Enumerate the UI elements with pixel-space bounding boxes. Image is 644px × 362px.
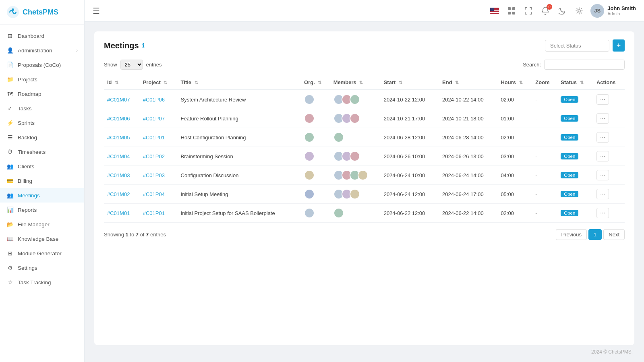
theme-toggle-icon[interactable] (557, 5, 568, 17)
user-profile[interactable]: JS John Smith Admin (590, 4, 636, 18)
entries-per-page-select[interactable]: 25 10 50 100 (120, 60, 143, 70)
org-avatar (301, 90, 330, 109)
sidebar-item-billing[interactable]: 💳 Billing (0, 174, 84, 188)
project-id-link[interactable]: #C01P04 (143, 191, 165, 197)
sidebar-item-module-generator[interactable]: ⊞ Module Generator (0, 246, 84, 261)
search-input[interactable] (544, 60, 625, 70)
svg-point-1 (12, 8, 14, 11)
menu-toggle-button[interactable]: ☰ (93, 6, 100, 16)
svg-rect-8 (508, 12, 511, 14)
actions-menu-button[interactable]: ··· (596, 113, 609, 124)
sidebar-item-projects[interactable]: 📁 Projects (0, 72, 84, 87)
sidebar-item-file-manager[interactable]: 📂 File Manager (0, 217, 84, 232)
actions-menu-button[interactable]: ··· (596, 94, 609, 105)
flag-icon[interactable] (489, 5, 500, 17)
page-1-button[interactable]: 1 (588, 229, 602, 240)
sidebar-item-administration[interactable]: 👤 Administration › (0, 43, 84, 58)
meeting-id-link[interactable]: #C01M06 (107, 116, 130, 122)
gear-icon[interactable] (574, 5, 585, 17)
sidebar-item-task-tracking[interactable]: ☆ Task Tracking (0, 275, 84, 290)
project-id-link[interactable]: #C01P02 (143, 153, 165, 159)
sidebar-item-sprints[interactable]: ⚡ Sprints (0, 116, 84, 130)
col-start[interactable]: Start ⇅ (381, 75, 439, 90)
meeting-id-link[interactable]: #C01M01 (107, 210, 130, 216)
actions-menu-button[interactable]: ··· (596, 208, 609, 218)
sidebar-item-roadmap[interactable]: 🗺 Roadmap (0, 87, 84, 101)
meeting-hours: 05:00 (497, 185, 532, 204)
meetings-table: Id ⇅ Project ⇅ Title ⇅ Org. ⇅ Members ⇅ … (104, 75, 625, 223)
meeting-hours: 02:00 (497, 128, 532, 147)
meeting-id-link[interactable]: #C01M05 (107, 134, 130, 141)
col-org[interactable]: Org. ⇅ (301, 75, 330, 90)
search-row: Search: (523, 60, 625, 70)
svg-rect-7 (512, 7, 515, 10)
col-actions: Actions (593, 75, 625, 90)
sidebar-item-reports[interactable]: 📊 Reports (0, 203, 84, 217)
timesheets-icon: ⏱ (6, 148, 14, 155)
previous-button[interactable]: Previous (556, 229, 587, 240)
col-status[interactable]: Status ⇅ (557, 75, 593, 90)
status-select-input[interactable] (545, 40, 609, 52)
meeting-id-link[interactable]: #C01M04 (107, 153, 130, 159)
meeting-start: 2024-10-22 12:00 (381, 90, 439, 109)
status-badge: Open (561, 172, 578, 178)
sidebar-item-clients[interactable]: 👥 Clients (0, 159, 84, 174)
col-project[interactable]: Project ⇅ (140, 75, 178, 90)
sidebar: ChetsPMS ⊞ Dashboard 👤 Administration › … (0, 0, 85, 362)
meeting-id-link[interactable]: #C01M03 (107, 172, 130, 178)
meeting-id-link[interactable]: #C01M02 (107, 191, 130, 197)
table-head: Id ⇅ Project ⇅ Title ⇅ Org. ⇅ Members ⇅ … (104, 75, 625, 90)
project-id-link[interactable]: #C01P06 (143, 97, 165, 103)
sidebar-logo[interactable]: ChetsPMS (0, 0, 84, 25)
col-title[interactable]: Title ⇅ (178, 75, 301, 90)
table-row: #C01M01#C01P01Initial Project Setup for … (104, 204, 625, 223)
col-id[interactable]: Id ⇅ (104, 75, 140, 90)
project-id-link[interactable]: #C01P01 (143, 210, 165, 216)
user-info: John Smith Admin (607, 5, 636, 16)
info-icon[interactable]: ℹ (142, 42, 145, 49)
meeting-status: Open (557, 204, 593, 223)
meeting-end: 2024-06-24 14:00 (439, 166, 497, 185)
actions-menu-button[interactable]: ··· (596, 189, 609, 199)
add-meeting-button[interactable]: + (613, 39, 625, 52)
sidebar-item-settings[interactable]: ⚙ Settings (0, 261, 84, 275)
table-row: #C01M04#C01P02Brainstorming Session2024-… (104, 147, 625, 166)
org-avatar (301, 109, 330, 128)
task-tracking-icon: ☆ (6, 279, 14, 286)
pagination-row: Showing 1 to 7 of 7 entries Previous 1 N… (104, 229, 625, 240)
sidebar-item-timesheets[interactable]: ⏱ Timesheets (0, 145, 84, 159)
project-id-link[interactable]: #C01P01 (143, 134, 165, 141)
meeting-id-link[interactable]: #C01M07 (107, 97, 130, 103)
meeting-actions: ··· (593, 166, 625, 185)
knowledge-base-icon: 📖 (6, 235, 14, 242)
col-members[interactable]: Members ⇅ (330, 75, 381, 90)
project-id-link[interactable]: #C01P07 (143, 116, 165, 122)
col-hours[interactable]: Hours ⇅ (497, 75, 532, 90)
sidebar-item-tasks[interactable]: ✓ Tasks (0, 101, 84, 116)
actions-menu-button[interactable]: ··· (596, 170, 609, 180)
content-area: Meetings ℹ + Show 25 10 50 100 (85, 22, 644, 362)
fullscreen-icon[interactable] (523, 5, 534, 17)
meeting-start: 2024-06-24 12:00 (381, 185, 439, 204)
status-badge: Open (561, 191, 578, 197)
meeting-status: Open (557, 109, 593, 128)
sidebar-item-proposals[interactable]: 📄 Proposals (CoCo) (0, 58, 84, 72)
notifications-icon[interactable]: 0 (540, 5, 551, 17)
members-avatars (330, 166, 381, 185)
sidebar-item-knowledge-base[interactable]: 📖 Knowledge Base (0, 232, 84, 246)
actions-menu-button[interactable]: ··· (596, 132, 609, 143)
sidebar-item-backlog[interactable]: ☰ Backlog (0, 130, 84, 145)
sidebar-item-label: Clients (18, 163, 34, 170)
project-id-link[interactable]: #C01P03 (143, 172, 165, 178)
next-button[interactable]: Next (603, 229, 625, 240)
col-end[interactable]: End ⇅ (439, 75, 497, 90)
apps-icon[interactable] (506, 5, 517, 17)
meeting-start: 2024-06-26 10:00 (381, 147, 439, 166)
actions-menu-button[interactable]: ··· (596, 151, 609, 161)
sidebar-item-meetings[interactable]: 👥 Meetings (0, 188, 84, 203)
meeting-end: 2024-10-21 18:00 (439, 109, 497, 128)
meeting-start: 2024-06-24 10:00 (381, 166, 439, 185)
members-avatars (330, 147, 381, 166)
sidebar-item-dashboard[interactable]: ⊞ Dashboard (0, 29, 84, 43)
page-header: Meetings ℹ + (104, 39, 625, 52)
